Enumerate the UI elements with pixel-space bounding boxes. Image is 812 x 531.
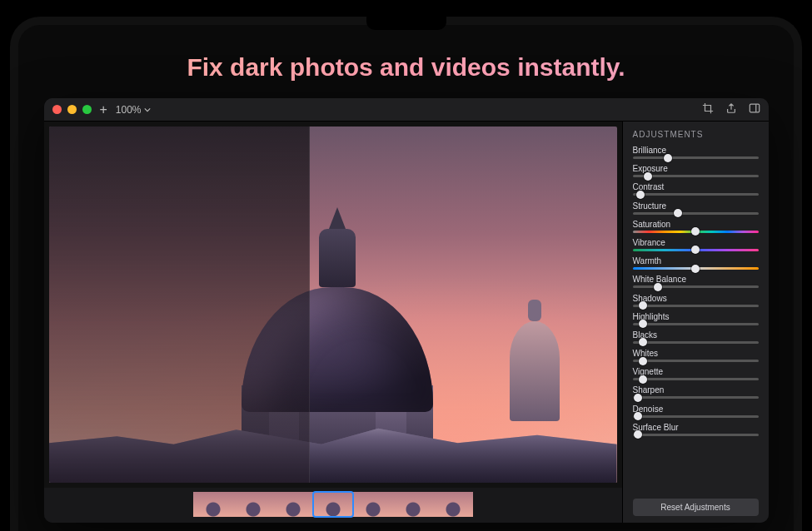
slider-track[interactable] [633, 212, 759, 215]
slider-track[interactable] [633, 434, 759, 436]
filmstrip-thumb[interactable] [393, 492, 433, 517]
zoom-window-button[interactable] [82, 105, 92, 114]
slider-track[interactable] [633, 305, 759, 307]
chevron-down-icon [144, 107, 151, 113]
before-after-divider[interactable] [49, 127, 311, 483]
reset-adjustments-button[interactable]: Reset Adjustments [633, 499, 759, 516]
slider-track[interactable] [633, 323, 759, 325]
laptop-bezel: Fix dark photos and videos instantly. + … [10, 17, 802, 531]
slider-sharpen[interactable]: Sharpen [633, 385, 759, 399]
slider-knob[interactable] [639, 357, 647, 365]
slider-knob[interactable] [639, 338, 647, 346]
slider-knob[interactable] [674, 209, 682, 217]
svg-rect-0 [750, 104, 759, 112]
slider-label: Brilliance [633, 146, 759, 155]
slider-knob[interactable] [634, 430, 642, 439]
slider-label: Sharpen [633, 385, 759, 395]
slider-highlights[interactable]: Highlights [633, 312, 759, 325]
slider-track[interactable] [633, 249, 759, 251]
slider-track[interactable] [633, 396, 759, 399]
slider-vibrance[interactable]: Vibrance [633, 238, 759, 251]
slider-knob[interactable] [664, 154, 672, 162]
filmstrip-thumb[interactable] [233, 492, 273, 517]
share-icon[interactable] [725, 102, 737, 117]
zoom-level-dropdown[interactable]: 100% [116, 104, 151, 116]
slider-surface-blur[interactable]: Surface Blur [633, 423, 759, 436]
slider-white-balance[interactable]: White Balance [633, 275, 759, 288]
slider-label: Vignette [633, 367, 759, 376]
slider-contrast[interactable]: Contrast [633, 182, 759, 196]
slider-knob[interactable] [691, 265, 700, 273]
add-button[interactable]: + [100, 103, 107, 117]
slider-knob[interactable] [691, 227, 700, 236]
slider-brilliance[interactable]: Brilliance [633, 146, 759, 159]
slider-track[interactable] [633, 360, 759, 362]
slider-track[interactable] [633, 193, 759, 196]
slider-knob[interactable] [639, 375, 647, 384]
sidebar-toggle-icon[interactable] [749, 102, 760, 117]
filmstrip-thumb[interactable] [433, 492, 473, 517]
crop-icon[interactable] [702, 102, 714, 117]
slider-blacks[interactable]: Blacks [633, 330, 759, 344]
adjustments-panel-title: ADJUSTMENTS [633, 130, 759, 139]
slider-exposure[interactable]: Exposure [633, 164, 759, 177]
slider-warmth[interactable]: Warmth [633, 256, 759, 270]
slider-knob[interactable] [639, 320, 647, 328]
slider-label: Exposure [633, 164, 759, 173]
adjustments-panel: ADJUSTMENTS BrillianceExposureContrastSt… [622, 122, 769, 523]
window-titlebar: + 100% [44, 98, 769, 122]
filmstrip-thumb[interactable] [273, 492, 313, 517]
close-window-button[interactable] [52, 105, 62, 114]
slider-label: Contrast [633, 182, 759, 191]
slider-track[interactable] [633, 341, 759, 344]
slider-label: Highlights [633, 312, 759, 321]
slider-track[interactable] [633, 415, 759, 418]
filmstrip-thumb[interactable] [193, 492, 233, 517]
slider-knob[interactable] [644, 172, 652, 181]
laptop-notch [366, 17, 446, 30]
slider-label: Structure [633, 201, 759, 211]
slider-knob[interactable] [634, 412, 642, 420]
zoom-level-label: 100% [116, 104, 142, 116]
slider-track[interactable] [633, 156, 759, 159]
marketing-headline: Fix dark photos and videos instantly. [25, 53, 787, 82]
slider-label: Denoise [633, 404, 759, 414]
filmstrip-thumb[interactable] [353, 492, 393, 517]
slider-saturation[interactable]: Saturation [633, 220, 759, 233]
app-window: + 100% [44, 98, 769, 523]
filmstrip [44, 488, 622, 523]
slider-label: Surface Blur [633, 423, 759, 432]
minimize-window-button[interactable] [67, 105, 77, 114]
slider-track[interactable] [633, 175, 759, 177]
slider-structure[interactable]: Structure [633, 201, 759, 215]
slider-whites[interactable]: Whites [633, 349, 759, 362]
slider-knob[interactable] [691, 246, 700, 254]
image-canvas[interactable] [49, 127, 617, 483]
slider-track[interactable] [633, 267, 759, 270]
slider-track[interactable] [633, 285, 759, 288]
slider-knob[interactable] [636, 191, 645, 199]
slider-label: Whites [633, 349, 759, 358]
slider-knob[interactable] [634, 394, 642, 402]
slider-track[interactable] [633, 231, 759, 233]
slider-label: White Balance [633, 275, 759, 284]
slider-shadows[interactable]: Shadows [633, 294, 759, 307]
slider-label: Shadows [633, 294, 759, 303]
slider-knob[interactable] [654, 283, 662, 291]
slider-knob[interactable] [639, 301, 647, 310]
slider-track[interactable] [633, 378, 759, 380]
traffic-lights [52, 105, 92, 114]
slider-denoise[interactable]: Denoise [633, 404, 759, 418]
slider-label: Blacks [633, 330, 759, 340]
slider-vignette[interactable]: Vignette [633, 367, 759, 380]
filmstrip-thumb[interactable] [313, 492, 353, 517]
